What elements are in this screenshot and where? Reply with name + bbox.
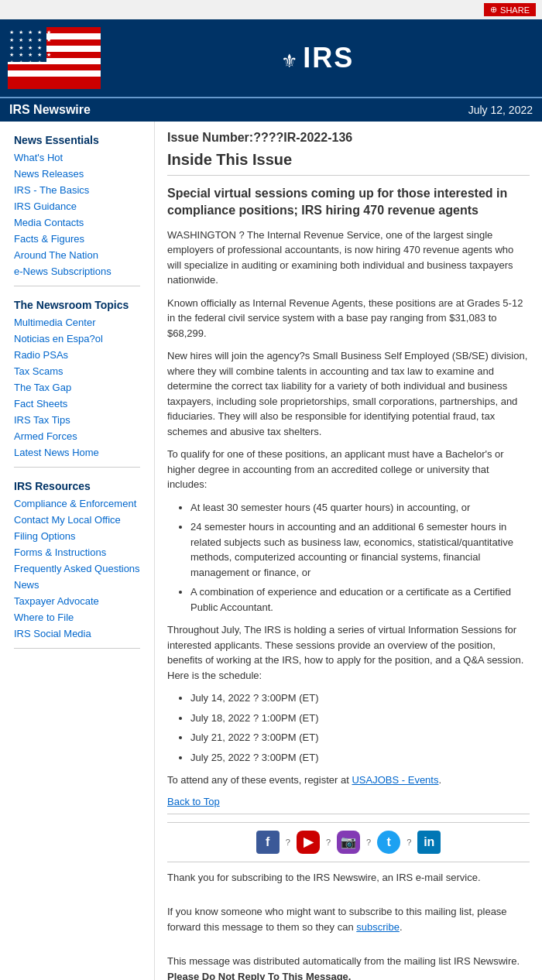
sidebar-item-forms-instructions[interactable]: Forms & Instructions <box>0 544 154 560</box>
schedule-list: July 14, 2022 ? 3:00PM (ET) July 18, 202… <box>190 690 530 765</box>
sidebar-item-irs-basics[interactable]: IRS - The Basics <box>0 182 154 198</box>
twitter-icon[interactable]: t <box>377 831 400 854</box>
sidebar-divider-2 <box>14 467 140 468</box>
sidebar-item-tax-scams[interactable]: Tax Scams <box>0 363 154 379</box>
sidebar-item-multimedia[interactable]: Multimedia Center <box>0 314 154 331</box>
sidebar-divider-1 <box>14 286 140 286</box>
newswire-title: IRS Newswire <box>9 103 91 117</box>
footer-text-2: If you know someone who might want to su… <box>167 904 530 934</box>
article-title: Special virtual sessions coming up for t… <box>167 185 530 220</box>
facebook-icon[interactable]: f <box>256 831 280 854</box>
inside-title: Inside This Issue <box>167 151 530 169</box>
irs-eagle-icon: ⚜ IRS <box>101 42 534 74</box>
bullet-item-3: A combination of experience and educatio… <box>190 584 530 615</box>
sidebar-item-latest-news[interactable]: Latest News Home <box>0 444 154 461</box>
footer-text-1: Thank you for subscribing to the IRS New… <box>167 870 530 886</box>
bullet-item-2: 24 semester hours in accounting and an a… <box>190 519 530 580</box>
sidebar-item-radio-psas[interactable]: Radio PSAs <box>0 347 154 363</box>
social-icons-row: f ? ▶ ? 📷 ? t ? in <box>175 831 522 854</box>
sidebar-item-enews[interactable]: e-News Subscriptions <box>0 263 154 279</box>
content-divider-1 <box>167 175 530 176</box>
sidebar-item-news[interactable]: News <box>0 577 154 593</box>
closing-paragraph: Throughout July, The IRS is holding a se… <box>167 622 530 683</box>
issue-number: Issue Number:????IR-2022-136 <box>167 131 530 145</box>
sidebar-item-filing-options[interactable]: Filing Options <box>0 528 154 544</box>
sidebar-item-irs-guidance[interactable]: IRS Guidance <box>0 198 154 214</box>
back-to-top-link[interactable]: Back to Top <box>167 796 530 807</box>
sidebar-item-facts-figures[interactable]: Facts & Figures <box>0 231 154 247</box>
schedule-item-2: July 18, 2022 ? 1:00PM (ET) <box>190 711 530 726</box>
newswire-date: July 12, 2022 <box>468 104 533 116</box>
linkedin-icon[interactable]: in <box>417 831 441 854</box>
sidebar-item-noticias[interactable]: Noticias en Espa?ol <box>0 331 154 347</box>
newswire-bar: IRS Newswire July 12, 2022 <box>0 97 542 122</box>
sidebar-item-faq[interactable]: Frequently Asked Questions <box>0 560 154 577</box>
share-bar: ⊕ SHARE <box>0 0 542 19</box>
news-essentials-title: News Essentials <box>0 128 154 149</box>
sidebar-item-news-releases[interactable]: News Releases <box>0 166 154 182</box>
youtube-label: ? <box>326 831 331 854</box>
newsroom-topics-title: The Newsroom Topics <box>0 293 154 314</box>
sidebar-item-compliance[interactable]: Compliance & Enforcement <box>0 495 154 512</box>
sidebar-item-irs-tax-tips[interactable]: IRS Tax Tips <box>0 412 154 428</box>
instagram-label: ? <box>366 831 371 854</box>
flag-image: ★ ★ ★ ★ ★★ ★ ★ ★ ★★ ★ ★ ★ ★★ ★ ★ ★ ★★ ★ … <box>8 27 101 89</box>
social-section: f ? ▶ ? 📷 ? t ? in <box>167 822 530 862</box>
usajobs-link[interactable]: USAJOBS - Events <box>352 774 438 786</box>
paragraph-3: New hires will join the agency?s Small B… <box>167 348 530 439</box>
sidebar-item-tax-gap[interactable]: The Tax Gap <box>0 379 154 396</box>
sidebar-item-taxpayer-advocate[interactable]: Taxpayer Advocate <box>0 593 154 609</box>
instagram-icon[interactable]: 📷 <box>337 831 360 854</box>
sidebar-item-where-to-file[interactable]: Where to File <box>0 609 154 625</box>
sidebar-item-whats-hot[interactable]: What's Hot <box>0 149 154 166</box>
sidebar-item-fact-sheets[interactable]: Fact Sheets <box>0 396 154 412</box>
sidebar: News Essentials What's Hot News Releases… <box>0 122 155 980</box>
register-text: To attend any of these events, register … <box>167 773 530 788</box>
content-divider-2 <box>167 814 530 814</box>
flag-stars: ★ ★ ★ ★ ★★ ★ ★ ★ ★★ ★ ★ ★ ★★ ★ ★ ★ ★★ ★ … <box>9 29 53 67</box>
bullet-list: At least 30 semester hours (45 quarter h… <box>190 500 530 615</box>
schedule-item-1: July 14, 2022 ? 3:00PM (ET) <box>190 690 530 706</box>
main-layout: News Essentials What's Hot News Releases… <box>0 122 542 980</box>
irs-logo: ⚜ IRS <box>101 42 534 74</box>
schedule-item-3: July 21, 2022 ? 3:00PM (ET) <box>190 730 530 745</box>
paragraph-4: To qualify for one of these positions, a… <box>167 447 530 492</box>
sidebar-item-armed-forces[interactable]: Armed Forces <box>0 428 154 444</box>
share-icon: ⊕ <box>490 5 497 15</box>
bullet-item-1: At least 30 semester hours (45 quarter h… <box>190 500 530 516</box>
sidebar-item-media-contacts[interactable]: Media Contacts <box>0 214 154 231</box>
schedule-item-4: July 25, 2022 ? 3:00PM (ET) <box>190 750 530 766</box>
youtube-icon[interactable]: ▶ <box>297 831 320 854</box>
do-not-reply: Please Do Not Reply To This Message. <box>167 971 351 980</box>
header: ★ ★ ★ ★ ★★ ★ ★ ★ ★★ ★ ★ ★ ★★ ★ ★ ★ ★★ ★ … <box>0 19 542 97</box>
paragraph-2: Known officially as Internal Revenue Age… <box>167 296 530 341</box>
irs-resources-title: IRS Resources <box>0 474 154 495</box>
sidebar-item-around-the-nation[interactable]: Around The Nation <box>0 247 154 263</box>
share-button[interactable]: ⊕ SHARE <box>484 3 536 16</box>
sidebar-item-irs-social-media[interactable]: IRS Social Media <box>0 625 154 642</box>
facebook-label: ? <box>286 831 290 854</box>
subscribe-link[interactable]: subscribe <box>356 921 400 933</box>
main-content: Issue Number:????IR-2022-136 Inside This… <box>155 122 542 980</box>
footer-text-3: This message was distributed automatical… <box>167 954 530 980</box>
paragraph-1: WASHINGTON ? The Internal Revenue Servic… <box>167 228 530 288</box>
sidebar-divider-3 <box>14 648 140 649</box>
sidebar-item-local-office[interactable]: Contact My Local Office <box>0 512 154 528</box>
twitter-label: ? <box>406 831 411 854</box>
